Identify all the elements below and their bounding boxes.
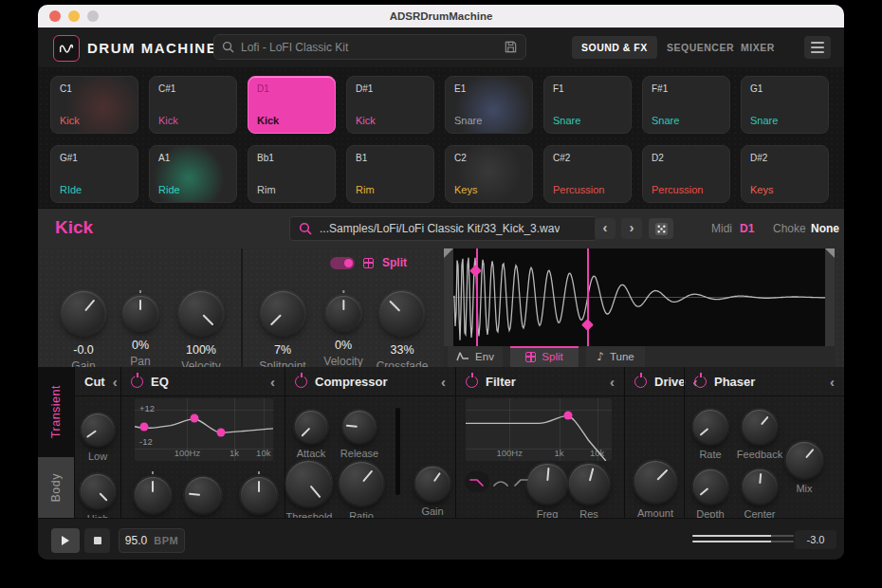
plugin-window: ADSRDrumMachine DRUM MACHINE Lofi - LoFI… [38, 5, 844, 560]
fx-panel-title: EQ [151, 375, 263, 389]
pad-Cs2[interactable]: C#2Percussion [543, 145, 632, 203]
hamburger-icon [811, 42, 824, 44]
ratio-knob[interactable] [340, 462, 383, 505]
bpm-field[interactable]: 95.0 BPM [119, 528, 185, 553]
collapse-icon[interactable]: ‹ [441, 374, 446, 390]
frequency-knob[interactable] [135, 477, 171, 513]
pad-label: Percussion [553, 184, 604, 195]
velocity-value: 100% [186, 343, 216, 357]
header-tab-sound-fx[interactable]: SOUND & FX [572, 36, 657, 59]
play-button[interactable] [51, 528, 80, 553]
lowpass-icon[interactable] [465, 471, 489, 492]
pad-note: F1 [553, 83, 564, 94]
gain-knob[interactable] [415, 467, 450, 501]
amount-knob[interactable] [634, 461, 676, 503]
gain-knob[interactable] [241, 477, 277, 513]
pad-Gs1[interactable]: G#1RIde [50, 145, 138, 203]
filter-graph[interactable]: 100Hz1k10k [466, 398, 612, 461]
wave-tab-tune[interactable]: ♪Tune [586, 346, 645, 367]
waveform-display[interactable] [444, 248, 835, 346]
power-icon[interactable] [694, 376, 707, 388]
crossfade-knob[interactable] [380, 291, 424, 335]
power-icon[interactable] [295, 376, 307, 388]
power-icon[interactable] [634, 376, 647, 388]
envelope-icon [456, 351, 469, 362]
menu-button[interactable] [804, 36, 831, 59]
feedback-label: Feedback [737, 449, 782, 460]
q-knob[interactable] [185, 477, 221, 513]
pad-Cs1[interactable]: C#1Kick [149, 76, 237, 134]
choke-value[interactable]: None [811, 222, 839, 235]
freq-knob[interactable] [527, 464, 567, 504]
midi-value[interactable]: D1 [740, 222, 754, 235]
wave-right-gutter[interactable] [825, 248, 835, 346]
collapse-icon[interactable]: ‹ [610, 374, 615, 390]
pad-G1[interactable]: G1Snare [741, 76, 829, 134]
pad-Fs1[interactable]: F#1Snare [642, 76, 730, 134]
graph-node[interactable] [140, 422, 149, 431]
random-sample-button[interactable] [649, 218, 673, 239]
pad-F1[interactable]: F1Snare [543, 76, 632, 134]
feedback-knob[interactable] [743, 410, 777, 444]
fx-tab-body[interactable]: Body [38, 457, 74, 518]
collapse-icon[interactable]: ‹ [270, 374, 275, 390]
stop-button[interactable] [84, 528, 110, 553]
attack-knob[interactable] [295, 411, 327, 443]
save-icon[interactable] [504, 40, 518, 54]
pad-B1[interactable]: B1Rim [346, 145, 434, 203]
pad-Ds2[interactable]: D#2Keys [741, 145, 829, 203]
wave-tab-label: Split [542, 351, 562, 362]
graph-node[interactable] [190, 414, 198, 423]
power-icon[interactable] [131, 376, 143, 388]
rate-knob[interactable] [693, 410, 727, 444]
graph-node[interactable] [563, 412, 572, 420]
adsr-logo-icon[interactable] [53, 35, 80, 62]
depth-knob[interactable] [693, 469, 727, 504]
pad-E1[interactable]: E1Snare [445, 76, 533, 134]
splitpoint-knob[interactable] [261, 291, 304, 335]
release-knob[interactable] [343, 411, 376, 443]
velocity-label: Velocity [323, 355, 362, 368]
split-marker-2[interactable] [587, 248, 589, 346]
wave-left-gutter[interactable] [444, 248, 453, 346]
pad-A1[interactable]: A1Ride [149, 145, 237, 203]
velocity-knob[interactable] [326, 296, 360, 330]
low-knob[interactable] [82, 413, 114, 446]
wave-left-handle[interactable] [444, 248, 453, 258]
eq-graph[interactable]: 100Hz1k10k+12-12 [135, 398, 273, 461]
graph-node[interactable] [216, 429, 225, 437]
pad-Ds1[interactable]: D#1Kick [346, 76, 434, 134]
collapse-icon[interactable]: ‹ [830, 374, 835, 390]
next-sample-button[interactable]: › [621, 218, 642, 239]
velocity-knob[interactable] [179, 291, 223, 335]
pad-C1[interactable]: C1Kick [50, 76, 138, 134]
kit-search-field[interactable]: Lofi - LoFI Classic Kit [213, 34, 526, 60]
header-tab-mixer[interactable]: MIXER [731, 36, 784, 59]
fx-tab-transient[interactable]: Transient [38, 367, 74, 457]
center-knob[interactable] [743, 469, 777, 504]
pad-D1[interactable]: D1Kick [248, 76, 336, 134]
pad-label: Keys [454, 184, 477, 195]
pan-knob[interactable] [123, 296, 157, 330]
pad-Bb1[interactable]: Bb1Rim [248, 145, 336, 203]
split-marker-1[interactable] [476, 248, 478, 346]
stop-icon [94, 537, 101, 544]
res-knob[interactable] [569, 464, 609, 504]
wave-right-handle[interactable] [825, 248, 835, 258]
split-toggle[interactable] [330, 257, 355, 269]
pad-note: C#1 [158, 83, 175, 94]
output-db-value[interactable]: -3.0 [795, 530, 836, 549]
pad-note: B1 [356, 153, 367, 163]
prev-sample-button[interactable]: ‹ [595, 218, 616, 239]
high-knob[interactable] [81, 474, 115, 508]
wave-tab-split[interactable]: Split [510, 346, 579, 367]
wave-tab-env[interactable]: Env [448, 346, 503, 367]
gain-knob[interactable] [62, 291, 105, 335]
threshold-knob[interactable] [286, 461, 332, 506]
pad-D2[interactable]: D2Percussion [642, 145, 730, 203]
sample-search-field[interactable]: ...Samples/LoFi/LoFi Classic Kit/33_Kick… [289, 216, 597, 241]
mix-knob[interactable] [786, 442, 822, 478]
pad-C2[interactable]: C2Keys [445, 145, 533, 203]
collapse-icon[interactable]: ‹ [113, 374, 118, 390]
power-icon[interactable] [466, 376, 478, 388]
